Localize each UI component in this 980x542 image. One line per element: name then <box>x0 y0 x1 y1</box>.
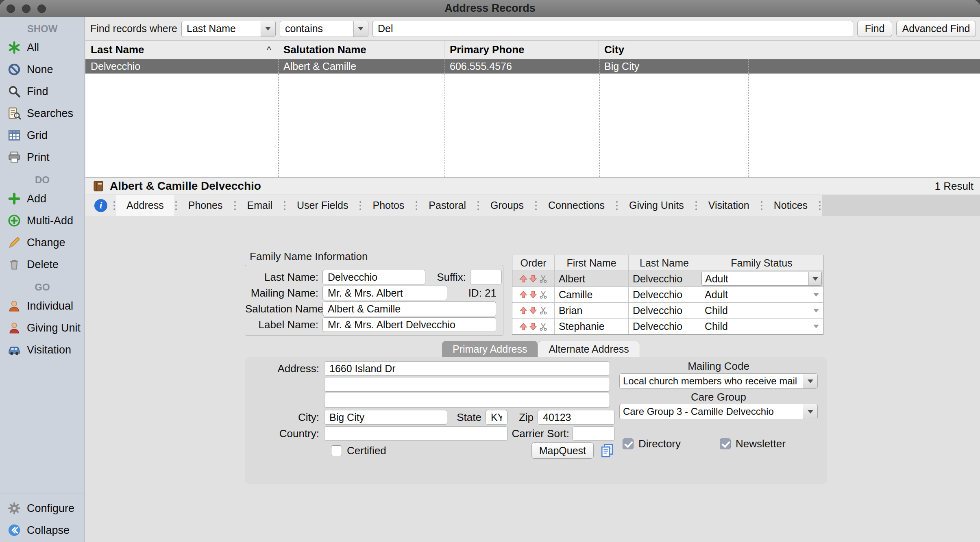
zoom-button[interactable] <box>37 4 46 13</box>
sidebar-section-do: DO <box>0 172 85 188</box>
sidebar-item-multi-add[interactable]: Multi-Add <box>0 210 85 232</box>
tab-phones[interactable]: Phones <box>178 195 233 216</box>
search-operator-dropdown[interactable]: contains <box>280 21 368 37</box>
tab-visitation[interactable]: Visitation <box>698 195 760 216</box>
family-status-dropdown[interactable]: Adult <box>700 287 823 302</box>
last-name-field[interactable] <box>322 270 425 284</box>
move-up-icon[interactable] <box>519 306 528 315</box>
find-button[interactable]: Find <box>857 21 892 37</box>
tab-groups[interactable]: Groups <box>480 195 534 216</box>
mailing-name-field[interactable] <box>322 286 447 300</box>
tab-pastoral[interactable]: Pastoral <box>418 195 476 216</box>
magnifier-icon <box>7 85 21 98</box>
sidebar-item-none[interactable]: None <box>0 59 85 80</box>
address-line2-field[interactable] <box>324 377 610 392</box>
titlebar: Address Records <box>0 0 980 17</box>
cut-icon[interactable] <box>538 306 548 315</box>
tab-separator <box>234 205 236 206</box>
member-row[interactable]: Brian Delvecchio Child <box>512 303 823 319</box>
column-header-salutation-name[interactable]: Salutation Name <box>278 41 444 59</box>
sidebar-item-label: Configure <box>27 502 74 515</box>
certified-checkbox[interactable] <box>331 445 342 456</box>
copy-icon[interactable] <box>599 443 615 458</box>
sidebar-item-print[interactable]: Print <box>0 146 85 168</box>
mapquest-button[interactable]: MapQuest <box>531 442 594 459</box>
zip-label: Zip <box>519 411 534 424</box>
advanced-find-button[interactable]: Advanced Find <box>896 21 976 37</box>
window-title: Address Records <box>444 2 536 15</box>
address-line1-field[interactable] <box>324 361 610 376</box>
record-tab-bar: i Address Phones Email User Fields Photo… <box>85 195 980 216</box>
tab-email[interactable]: Email <box>237 195 283 216</box>
member-row[interactable]: Camille Delvecchio Adult <box>512 287 823 303</box>
tab-notices[interactable]: Notices <box>764 195 818 216</box>
member-first-name: Stephanie <box>555 319 629 334</box>
city-field[interactable] <box>324 410 447 425</box>
sidebar-item-label: Giving Unit <box>27 322 81 334</box>
minimize-button[interactable] <box>22 4 30 13</box>
sidebar-item-grid[interactable]: Grid <box>0 124 85 146</box>
care-group-dropdown[interactable]: Care Group 3 - Camille Delvecchio <box>619 404 818 419</box>
column-header-city[interactable]: City <box>599 41 748 59</box>
grid-icon <box>7 128 21 142</box>
search-input[interactable] <box>372 21 853 37</box>
member-row[interactable]: Albert Delvecchio Adult <box>512 271 823 287</box>
tab-address[interactable]: Address <box>116 195 174 216</box>
tab-connections[interactable]: Connections <box>538 195 615 216</box>
cut-icon[interactable] <box>538 322 548 332</box>
carrier-sort-field[interactable] <box>573 426 615 441</box>
sidebar-item-individual[interactable]: Individual <box>0 295 85 317</box>
newsletter-checkbox[interactable] <box>720 438 731 449</box>
member-row[interactable]: Stephanie Delvecchio Child <box>512 319 823 334</box>
family-status-dropdown[interactable]: Child <box>700 303 823 318</box>
sidebar-item-all[interactable]: All <box>0 37 85 59</box>
move-up-icon[interactable] <box>519 274 528 283</box>
results-header-row: Last Name ^ Salutation Name Primary Phon… <box>85 41 980 59</box>
label-name-field[interactable] <box>322 317 496 332</box>
tab-alternate-address[interactable]: Alternate Address <box>538 341 640 357</box>
sidebar-item-delete[interactable]: Delete <box>0 254 85 275</box>
move-down-icon[interactable] <box>529 306 538 315</box>
tab-primary-address[interactable]: Primary Address <box>442 341 538 357</box>
close-button[interactable] <box>7 4 15 13</box>
cut-icon[interactable] <box>538 274 548 284</box>
salutation-name-field[interactable] <box>322 301 496 316</box>
suffix-field[interactable] <box>470 270 502 284</box>
move-down-icon[interactable] <box>529 322 538 331</box>
sidebar-item-change[interactable]: Change <box>0 232 85 254</box>
member-last-name: Delvecchio <box>629 287 700 302</box>
cell-phone: 606.555.4576 <box>444 59 599 74</box>
move-up-icon[interactable] <box>519 290 528 299</box>
sidebar-item-collapse[interactable]: Collapse <box>0 519 85 541</box>
directory-checkbox[interactable] <box>623 438 634 449</box>
sidebar-item-visitation[interactable]: Visitation <box>0 339 85 361</box>
sidebar-item-giving-unit[interactable]: Giving Unit <box>0 317 85 339</box>
move-down-icon[interactable] <box>529 290 538 299</box>
move-down-icon[interactable] <box>529 274 538 283</box>
search-field-dropdown[interactable]: Last Name <box>181 21 276 37</box>
info-icon[interactable]: i <box>94 199 107 212</box>
state-field[interactable] <box>486 410 507 425</box>
country-field[interactable] <box>324 426 507 441</box>
sidebar-item-find[interactable]: Find <box>0 80 85 102</box>
sidebar-item-configure[interactable]: Configure <box>0 497 85 519</box>
tab-giving-units[interactable]: Giving Units <box>619 195 694 216</box>
zip-field[interactable] <box>538 410 615 425</box>
family-status-dropdown[interactable]: Adult <box>700 271 823 286</box>
family-status-dropdown[interactable]: Child <box>700 319 823 334</box>
tab-photos[interactable]: Photos <box>362 195 414 216</box>
address-line3-field[interactable] <box>324 393 610 408</box>
move-up-icon[interactable] <box>519 322 528 331</box>
order-cell <box>512 319 555 334</box>
tab-user-fields[interactable]: User Fields <box>287 195 358 216</box>
column-header-primary-phone[interactable]: Primary Phone <box>444 41 599 59</box>
mailing-code-dropdown[interactable]: Local church members who receive mail <box>619 373 818 389</box>
table-row[interactable]: Delvecchio Albert & Camille 606.555.4576… <box>85 59 980 74</box>
column-separator <box>278 59 279 177</box>
sidebar-item-searches[interactable]: Searches <box>0 102 85 124</box>
column-header-first-name: First Name <box>555 255 629 271</box>
tab-separator <box>113 205 115 206</box>
sidebar-item-add[interactable]: Add <box>0 188 85 210</box>
column-header-last-name[interactable]: Last Name ^ <box>85 41 278 59</box>
cut-icon[interactable] <box>538 290 548 299</box>
